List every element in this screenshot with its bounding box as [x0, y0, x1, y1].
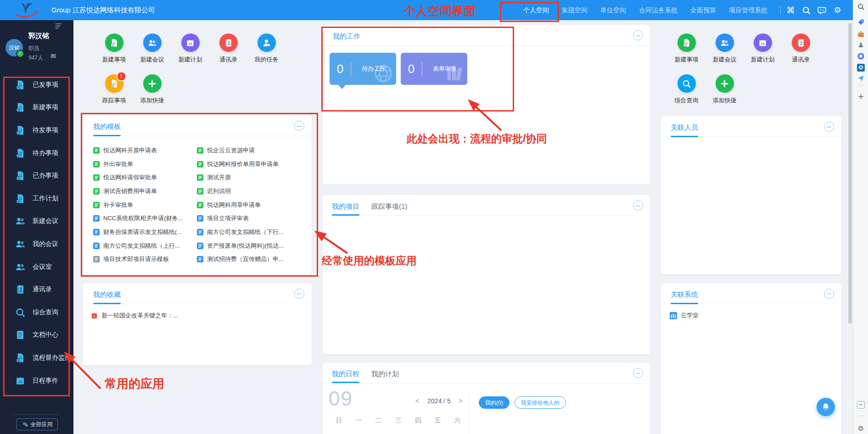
panel-more-icon[interactable] — [633, 368, 643, 378]
outlook-icon[interactable]: O — [857, 64, 865, 72]
template-item[interactable]: 项目立项评审表 — [197, 211, 304, 225]
shortcut-meeting-new[interactable]: 新建会议 — [706, 29, 744, 70]
template-item[interactable]: 财务担保类请示发文拟稿纸(... — [93, 225, 195, 239]
template-item[interactable]: 迟到说明 — [197, 184, 304, 198]
schedule-tab-1[interactable]: 我的计划 — [371, 369, 399, 378]
sidebar-item-doc-sent[interactable]: 已发事项 — [0, 73, 73, 96]
copilot-icon[interactable] — [857, 52, 865, 60]
notification-bell-button[interactable] — [817, 398, 835, 416]
topnav-item-3[interactable]: 合同法务系统 — [639, 0, 678, 20]
work-card-1[interactable]: 0表单审批 — [401, 53, 467, 85]
sidebar-item-label: 已办事项 — [33, 172, 58, 180]
settings-icon[interactable]: ⚙ — [833, 6, 842, 15]
mail-icon[interactable]: ✉ — [50, 53, 56, 59]
template-item[interactable]: 外出审批单 — [93, 157, 195, 171]
games-icon[interactable]: ♟ — [857, 41, 865, 49]
work-plan-icon — [15, 193, 26, 204]
panel-more-icon[interactable] — [633, 200, 643, 211]
template-item[interactable]: 悦达网科报价单用章申请单 — [197, 157, 304, 171]
search-icon[interactable] — [801, 6, 811, 15]
sidebar-item-doc-done[interactable]: 已办事项 — [0, 164, 73, 187]
sidebar-item-meeting-room[interactable]: 会议室 — [0, 256, 73, 278]
template-label: 补卡审批单 — [103, 201, 133, 209]
settings-icon[interactable]: ⚙ — [857, 425, 865, 433]
sidebar-item-doc-center[interactable]: 文档中心 — [0, 324, 73, 347]
sidebar-item-doc-wait[interactable]: 待发事项 — [0, 119, 73, 142]
template-item[interactable]: 悦企云云资源申请 — [197, 144, 304, 157]
shortcut-calendar-new[interactable]: 15新建计划 — [171, 29, 209, 70]
shortcut-contacts[interactable]: 通讯录 — [782, 29, 820, 70]
schedule-filter-1[interactable]: 我安排给他人的 — [515, 396, 566, 409]
topnav-item-4[interactable]: 全面预算 — [690, 0, 716, 20]
briefcase-icon[interactable] — [857, 30, 865, 38]
shortcut-calendar-new[interactable]: 15新建计划 — [744, 29, 782, 70]
sidebar-divider — [13, 414, 61, 415]
sidebar-item-search[interactable]: 综合查询 — [0, 301, 73, 324]
shortcut-label: 我的任务 — [255, 56, 279, 64]
shortcut-doc-track[interactable]: 1跟踪事项 — [95, 70, 133, 111]
all-apps-button[interactable]: 全部应用 — [17, 418, 58, 430]
panel-more-icon[interactable] — [824, 122, 834, 132]
favorite-item[interactable]: 新一轮国企改革关键之年：... — [91, 312, 178, 320]
topnav-item-0[interactable]: 个人空间 — [523, 0, 549, 20]
scrollbar-thumb[interactable] — [848, 23, 852, 324]
template-item[interactable]: 测试开票 — [197, 171, 304, 184]
panel-more-icon[interactable] — [294, 121, 304, 131]
template-item[interactable]: 补卡审批单 — [93, 198, 195, 212]
template-item[interactable]: 南方公司发文拟稿纸（上行... — [93, 239, 195, 253]
topnav-item-2[interactable]: 单位空间 — [600, 0, 626, 20]
work-card-0[interactable]: 0待办工作 — [330, 53, 396, 85]
annotation-text-sidebar: 常用的应用 — [105, 376, 164, 392]
apps-icon[interactable]: ⌘ — [786, 6, 795, 15]
template-item[interactable]: 悦达网科用章申请单 — [197, 198, 304, 212]
template-item[interactable]: NCC系统权限相关申请(财务... — [93, 211, 195, 225]
shortcut-plus[interactable]: 添加快捷 — [133, 70, 171, 111]
shortcut-plus[interactable]: 添加快捷 — [706, 70, 744, 111]
sidebar-item-doc-new[interactable]: 新建事项 — [0, 96, 73, 119]
schedule-filter-0[interactable]: 我的(0) — [479, 396, 510, 409]
sidebar-item-doc-todo[interactable]: 待办事项 — [0, 142, 73, 165]
shortcut-search[interactable]: 综合查询 — [667, 70, 706, 111]
collapse-menu-icon[interactable] — [54, 22, 63, 31]
template-item[interactable]: 南方公司发文拟稿纸（下行... — [197, 225, 304, 239]
projects-tab-1[interactable]: 跟踪事项(1) — [371, 202, 407, 211]
tag-icon[interactable] — [857, 18, 865, 26]
template-item[interactable]: 悦达网科请假审批单 — [93, 171, 195, 184]
search-icon[interactable] — [857, 3, 865, 11]
sidebar-item-process-monitor[interactable]: 流程督办监控 — [0, 346, 73, 369]
shortcut-meeting-new[interactable]: 新建会议 — [133, 29, 171, 70]
panel-more-icon[interactable] — [824, 289, 834, 299]
panel-my-work: 我的工作 0待办工作0表单审批 — [323, 25, 650, 184]
related-system-item[interactable]: 云学堂 — [670, 312, 699, 320]
sidebar-item-meeting-new[interactable]: 新建会议 — [0, 210, 73, 233]
month-next-button[interactable]: > — [459, 397, 463, 405]
snip-icon[interactable]: ✂ — [857, 401, 865, 409]
panel-more-icon[interactable] — [633, 30, 643, 40]
avatar[interactable]: 汉铭 ✓ — [6, 39, 23, 56]
sidebar-item-label: 待发事项 — [33, 126, 58, 134]
sidebar-item-calendar[interactable]: 15日程事件 — [0, 369, 73, 392]
shortcut-person-task[interactable]: 我的任务 — [247, 29, 286, 70]
plus-icon[interactable]: + — [857, 93, 865, 100]
page-scrollbar[interactable] — [847, 20, 853, 434]
shortcut-contacts[interactable]: 通讯录 — [209, 29, 247, 70]
schedule-tab-0[interactable]: 我的日程 — [332, 369, 359, 378]
template-item[interactable]: 资产报废单(悦达网科)(悦达... — [197, 239, 304, 253]
topnav-item-1[interactable]: 集团空间 — [562, 0, 588, 20]
sidebar-item-meeting-my[interactable]: 我的会议 — [0, 233, 73, 256]
sidebar-item-contacts[interactable]: 通讯录 — [0, 278, 73, 301]
sidebar-item-work-plan[interactable]: 工作计划 — [0, 187, 73, 210]
template-item[interactable]: 测试招待费（宣传赠品）申... — [197, 253, 304, 267]
doc-new-icon — [678, 33, 696, 52]
panel-more-icon[interactable] — [294, 289, 304, 299]
template-item[interactable]: 悦达网科开票申请表 — [93, 144, 195, 157]
shortcut-doc-new[interactable]: 新建事项 — [667, 29, 706, 70]
message-icon[interactable] — [817, 6, 827, 15]
template-item[interactable]: 测试营销费用申请单 — [93, 184, 195, 198]
send-icon[interactable] — [857, 74, 865, 82]
projects-tab-0[interactable]: 我的项目 — [332, 202, 359, 211]
template-item[interactable]: 项目技术部项目请示模板 — [93, 253, 195, 267]
shortcut-doc-new[interactable]: 新建事项 — [95, 29, 133, 70]
topnav-item-5[interactable]: 项目管理系统 — [729, 0, 767, 20]
month-prev-button[interactable]: < — [415, 397, 419, 405]
